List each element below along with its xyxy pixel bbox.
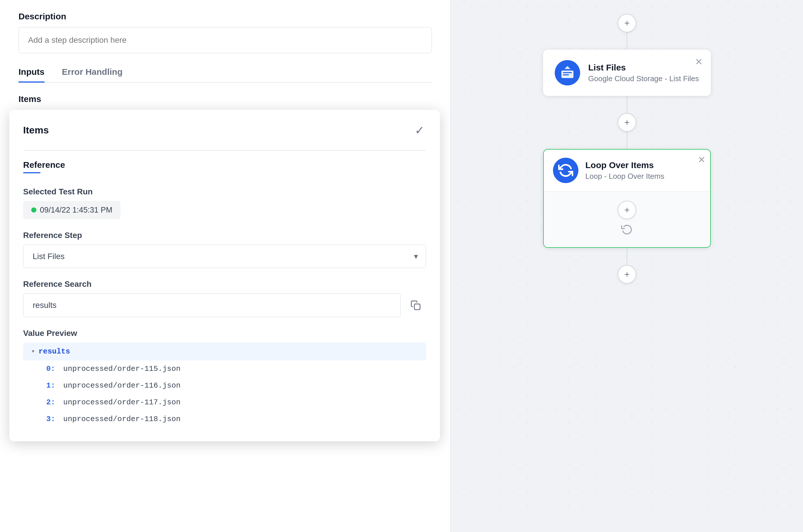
tree-item-3: 3: unprocessed/order-118.json [23, 411, 426, 428]
list-files-close-button[interactable]: ✕ [692, 55, 705, 68]
tree-item-2: 2: unprocessed/order-117.json [23, 394, 426, 411]
tree-index-3: 3: [46, 415, 55, 423]
list-files-content: List Files Google Cloud Storage - List F… [588, 63, 699, 83]
tree-index-2: 2: [46, 398, 55, 407]
tab-error-handling[interactable]: Error Handling [62, 67, 123, 82]
loop-content: Loop Over Items Loop - Loop Over Items [585, 160, 701, 181]
clipboard-button[interactable] [405, 295, 426, 316]
gcs-icon-wrapper [555, 60, 580, 86]
loop-subtitle: Loop - Loop Over Items [585, 172, 701, 181]
reference-search-label: Reference Search [23, 280, 426, 289]
modal-divider [23, 150, 426, 151]
svg-rect-2 [563, 72, 572, 73]
list-files-title: List Files [588, 63, 699, 73]
reference-step-select-wrapper: List Files ▾ [23, 245, 426, 268]
description-label: Description [18, 12, 432, 21]
reference-step-group: Reference Step List Files ▾ [23, 231, 426, 268]
loop-icon [558, 163, 573, 178]
tree-value-2: unprocessed/order-117.json [63, 398, 181, 407]
flow-line-1 [627, 32, 627, 50]
value-preview-label: Value Preview [23, 329, 426, 338]
add-button-bottom[interactable]: + [618, 265, 636, 284]
reference-step-select[interactable]: List Files [23, 245, 426, 268]
svg-rect-3 [563, 74, 569, 75]
flow-line-3 [627, 132, 627, 149]
modal-header: Items ✓ [23, 124, 426, 136]
gcs-icon [560, 65, 575, 80]
reference-step-label: Reference Step [23, 231, 426, 240]
tree-index-1: 1: [46, 381, 55, 390]
loop-title: Loop Over Items [585, 160, 701, 170]
list-files-subtitle: Google Cloud Storage - List Files [588, 74, 699, 83]
value-preview-section: Value Preview ▾ results 0: unprocessed/o… [23, 329, 426, 428]
tabs-container: Inputs Error Handling [18, 67, 432, 82]
items-section-label: Items [18, 94, 432, 104]
flow-container: + ✕ List Files Google Cloud Storage - Li… [451, 0, 803, 532]
tree-results-label: results [38, 347, 70, 356]
reference-underline [23, 172, 40, 173]
test-run-group: Selected Test Run 09/14/22 1:45:31 PM [23, 187, 426, 219]
reference-section-label: Reference [23, 160, 426, 170]
add-button-loop-inner[interactable]: + [618, 201, 636, 219]
reference-search-group: Reference Search [23, 280, 426, 317]
loop-close-button[interactable]: ✕ [698, 154, 706, 165]
tree-value-0: unprocessed/order-115.json [63, 364, 181, 373]
flow-line-2 [627, 96, 627, 113]
loop-icon-wrapper [553, 158, 579, 183]
test-run-badge[interactable]: 09/14/22 1:45:31 PM [23, 201, 121, 219]
loop-over-items-node: ✕ Loop Over Items Loop - Loop Over Items… [543, 149, 711, 248]
loop-header: ✕ Loop Over Items Loop - Loop Over Items [544, 150, 710, 191]
modal-title: Items [23, 125, 49, 136]
items-modal: Items ✓ Reference Selected Test Run 09/1… [9, 110, 440, 441]
green-dot-icon [31, 207, 36, 213]
left-panel: Description Inputs Error Handling Items … [0, 0, 451, 532]
svg-rect-0 [415, 304, 420, 310]
tree-item-0: 0: unprocessed/order-115.json [23, 360, 426, 377]
svg-marker-4 [565, 66, 571, 69]
tree-value-1: unprocessed/order-116.json [63, 381, 181, 390]
list-files-node: ✕ List Files Google Cloud Storage - List… [543, 50, 711, 96]
test-run-value: 09/14/22 1:45:31 PM [40, 206, 112, 214]
modal-check-button[interactable]: ✓ [413, 124, 426, 136]
tab-inputs[interactable]: Inputs [18, 67, 44, 82]
tree-index-0: 0: [46, 364, 55, 373]
search-wrapper [23, 293, 426, 317]
flow-canvas: + ✕ List Files Google Cloud Storage - Li… [451, 0, 803, 532]
add-button-middle[interactable]: + [618, 113, 636, 132]
test-run-label: Selected Test Run [23, 187, 426, 196]
tree-item-1: 1: unprocessed/order-116.json [23, 377, 426, 394]
tree-chevron-icon: ▾ [31, 347, 35, 355]
tree-value-3: unprocessed/order-118.json [63, 415, 181, 423]
loop-body: + [544, 191, 710, 247]
reference-search-input[interactable] [23, 293, 401, 317]
add-button-top[interactable]: + [618, 14, 636, 32]
flow-line-4 [627, 248, 627, 265]
preview-tree: ▾ results 0: unprocessed/order-115.json … [23, 343, 426, 428]
tree-results-row[interactable]: ▾ results [23, 343, 426, 360]
description-input[interactable] [18, 27, 432, 53]
loop-refresh-icon [621, 224, 633, 238]
